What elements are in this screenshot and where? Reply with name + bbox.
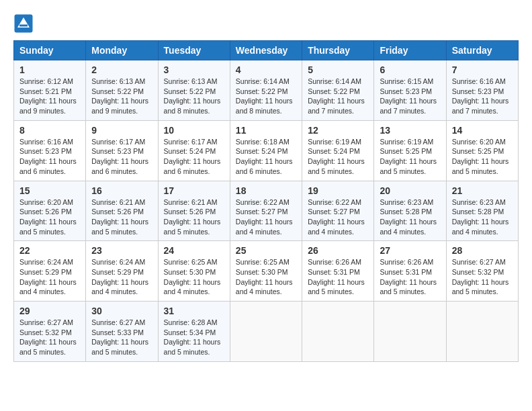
day-info: Sunrise: 6:26 AMSunset: 5:31 PMDaylight:… (380, 257, 440, 297)
day-info: Sunrise: 6:22 AMSunset: 5:27 PMDaylight:… (236, 197, 296, 237)
calendar-table: SundayMondayTuesdayWednesdayThursdayFrid… (13, 40, 519, 362)
day-number: 27 (380, 245, 440, 256)
day-number: 15 (19, 185, 80, 196)
day-info: Sunrise: 6:24 AMSunset: 5:29 PMDaylight:… (91, 257, 152, 297)
day-number: 4 (236, 64, 296, 75)
calendar-cell: 26Sunrise: 6:26 AMSunset: 5:31 PMDayligh… (302, 241, 374, 302)
calendar-cell: 22Sunrise: 6:24 AMSunset: 5:29 PMDayligh… (14, 241, 86, 302)
calendar-cell: 27Sunrise: 6:26 AMSunset: 5:31 PMDayligh… (374, 241, 446, 302)
calendar-cell: 12Sunrise: 6:19 AMSunset: 5:24 PMDayligh… (302, 120, 374, 181)
day-info: Sunrise: 6:19 AMSunset: 5:24 PMDaylight:… (308, 137, 368, 177)
calendar-cell: 28Sunrise: 6:27 AMSunset: 5:32 PMDayligh… (446, 241, 518, 302)
day-info: Sunrise: 6:22 AMSunset: 5:27 PMDaylight:… (308, 197, 368, 237)
day-info: Sunrise: 6:25 AMSunset: 5:30 PMDaylight:… (164, 257, 224, 297)
weekday-header-tuesday: Tuesday (158, 41, 230, 60)
calendar-cell (230, 302, 302, 362)
page-header (13, 13, 519, 34)
day-info: Sunrise: 6:25 AMSunset: 5:30 PMDaylight:… (236, 257, 296, 297)
day-number: 14 (452, 125, 513, 136)
calendar-cell: 1Sunrise: 6:12 AMSunset: 5:21 PMDaylight… (14, 60, 86, 121)
calendar-cell: 9Sunrise: 6:17 AMSunset: 5:23 PMDaylight… (86, 120, 158, 181)
calendar-cell: 8Sunrise: 6:16 AMSunset: 5:23 PMDaylight… (14, 120, 86, 181)
calendar-cell: 2Sunrise: 6:13 AMSunset: 5:22 PMDaylight… (86, 60, 158, 121)
day-info: Sunrise: 6:16 AMSunset: 5:23 PMDaylight:… (452, 77, 513, 116)
day-number: 16 (91, 185, 152, 196)
calendar-cell (374, 302, 446, 362)
day-info: Sunrise: 6:18 AMSunset: 5:24 PMDaylight:… (236, 137, 296, 177)
day-number: 31 (164, 306, 224, 316)
day-info: Sunrise: 6:27 AMSunset: 5:32 PMDaylight:… (452, 257, 513, 297)
day-number: 21 (452, 185, 513, 196)
day-info: Sunrise: 6:27 AMSunset: 5:33 PMDaylight:… (91, 318, 152, 357)
calendar-cell: 19Sunrise: 6:22 AMSunset: 5:27 PMDayligh… (302, 181, 374, 241)
calendar-cell: 7Sunrise: 6:16 AMSunset: 5:23 PMDaylight… (446, 60, 518, 121)
calendar-week-row: 8Sunrise: 6:16 AMSunset: 5:23 PMDaylight… (14, 120, 519, 181)
day-number: 3 (164, 64, 224, 75)
weekday-header-sunday: Sunday (14, 41, 86, 60)
logo (13, 13, 36, 34)
calendar-cell: 17Sunrise: 6:21 AMSunset: 5:26 PMDayligh… (158, 181, 230, 241)
day-number: 1 (19, 64, 80, 75)
day-info: Sunrise: 6:21 AMSunset: 5:26 PMDaylight:… (164, 197, 224, 237)
calendar-cell: 29Sunrise: 6:27 AMSunset: 5:32 PMDayligh… (14, 302, 86, 362)
day-info: Sunrise: 6:21 AMSunset: 5:26 PMDaylight:… (91, 197, 152, 237)
day-number: 8 (19, 125, 80, 136)
day-number: 30 (91, 306, 152, 316)
day-number: 6 (380, 64, 440, 75)
calendar-cell: 11Sunrise: 6:18 AMSunset: 5:24 PMDayligh… (230, 120, 302, 181)
calendar-cell: 24Sunrise: 6:25 AMSunset: 5:30 PMDayligh… (158, 241, 230, 302)
calendar-cell: 3Sunrise: 6:13 AMSunset: 5:22 PMDaylight… (158, 60, 230, 121)
day-info: Sunrise: 6:14 AMSunset: 5:22 PMDaylight:… (308, 77, 368, 116)
calendar-week-row: 22Sunrise: 6:24 AMSunset: 5:29 PMDayligh… (14, 241, 519, 302)
day-info: Sunrise: 6:23 AMSunset: 5:28 PMDaylight:… (452, 197, 513, 237)
day-number: 10 (164, 125, 224, 136)
calendar-cell: 23Sunrise: 6:24 AMSunset: 5:29 PMDayligh… (86, 241, 158, 302)
calendar-cell: 31Sunrise: 6:28 AMSunset: 5:34 PMDayligh… (158, 302, 230, 362)
day-number: 12 (308, 125, 368, 136)
calendar-cell: 30Sunrise: 6:27 AMSunset: 5:33 PMDayligh… (86, 302, 158, 362)
weekday-header-wednesday: Wednesday (230, 41, 302, 60)
day-info: Sunrise: 6:24 AMSunset: 5:29 PMDaylight:… (19, 257, 80, 297)
day-number: 22 (19, 245, 80, 256)
day-number: 20 (380, 185, 440, 196)
weekday-header-friday: Friday (374, 41, 446, 60)
day-number: 24 (164, 245, 224, 256)
day-info: Sunrise: 6:12 AMSunset: 5:21 PMDaylight:… (19, 77, 80, 116)
calendar-week-row: 15Sunrise: 6:20 AMSunset: 5:26 PMDayligh… (14, 181, 519, 241)
day-info: Sunrise: 6:28 AMSunset: 5:34 PMDaylight:… (164, 318, 224, 357)
day-number: 18 (236, 185, 296, 196)
weekday-header-monday: Monday (86, 41, 158, 60)
day-number: 9 (91, 125, 152, 136)
calendar-week-row: 29Sunrise: 6:27 AMSunset: 5:32 PMDayligh… (14, 302, 519, 362)
calendar-cell: 21Sunrise: 6:23 AMSunset: 5:28 PMDayligh… (446, 181, 518, 241)
day-info: Sunrise: 6:20 AMSunset: 5:25 PMDaylight:… (452, 137, 513, 177)
day-number: 28 (452, 245, 513, 256)
calendar-cell: 18Sunrise: 6:22 AMSunset: 5:27 PMDayligh… (230, 181, 302, 241)
calendar-cell: 4Sunrise: 6:14 AMSunset: 5:22 PMDaylight… (230, 60, 302, 121)
day-info: Sunrise: 6:19 AMSunset: 5:25 PMDaylight:… (380, 137, 440, 177)
day-info: Sunrise: 6:13 AMSunset: 5:22 PMDaylight:… (91, 77, 152, 116)
day-number: 19 (308, 185, 368, 196)
day-info: Sunrise: 6:15 AMSunset: 5:23 PMDaylight:… (380, 77, 440, 116)
day-info: Sunrise: 6:17 AMSunset: 5:24 PMDaylight:… (164, 137, 224, 177)
calendar-cell: 5Sunrise: 6:14 AMSunset: 5:22 PMDaylight… (302, 60, 374, 121)
calendar-cell: 13Sunrise: 6:19 AMSunset: 5:25 PMDayligh… (374, 120, 446, 181)
calendar-cell: 20Sunrise: 6:23 AMSunset: 5:28 PMDayligh… (374, 181, 446, 241)
day-info: Sunrise: 6:26 AMSunset: 5:31 PMDaylight:… (308, 257, 368, 297)
weekday-header-saturday: Saturday (446, 41, 518, 60)
day-info: Sunrise: 6:20 AMSunset: 5:26 PMDaylight:… (19, 197, 80, 237)
calendar-cell: 25Sunrise: 6:25 AMSunset: 5:30 PMDayligh… (230, 241, 302, 302)
calendar-cell: 6Sunrise: 6:15 AMSunset: 5:23 PMDaylight… (374, 60, 446, 121)
day-info: Sunrise: 6:27 AMSunset: 5:32 PMDaylight:… (19, 318, 80, 357)
day-info: Sunrise: 6:23 AMSunset: 5:28 PMDaylight:… (380, 197, 440, 237)
day-number: 7 (452, 64, 513, 75)
day-number: 2 (91, 64, 152, 75)
day-number: 5 (308, 64, 368, 75)
day-number: 11 (236, 125, 296, 136)
calendar-week-row: 1Sunrise: 6:12 AMSunset: 5:21 PMDaylight… (14, 60, 519, 121)
day-number: 26 (308, 245, 368, 256)
logo-icon (13, 13, 34, 34)
day-info: Sunrise: 6:16 AMSunset: 5:23 PMDaylight:… (19, 137, 80, 177)
day-number: 13 (380, 125, 440, 136)
day-number: 17 (164, 185, 224, 196)
